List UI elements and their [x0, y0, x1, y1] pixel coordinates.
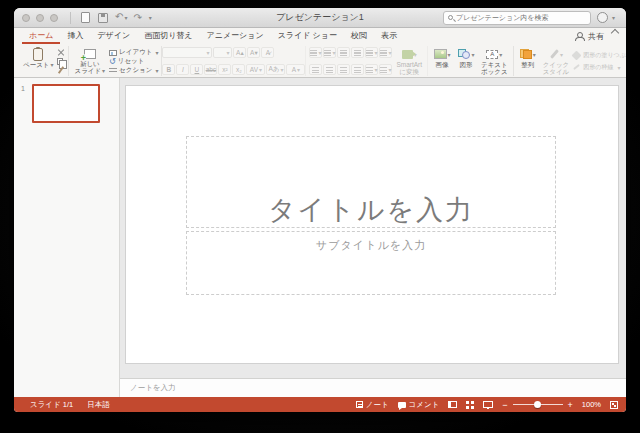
comments-toggle-button[interactable]: コメント	[398, 400, 440, 410]
smartart-label-2: に変換	[399, 68, 419, 75]
redo-icon[interactable]: ↷	[133, 12, 141, 24]
zoom-level[interactable]: 100%	[582, 400, 601, 409]
collapse-ribbon-icon[interactable]	[611, 29, 619, 37]
slide-sorter-view-icon[interactable]	[466, 401, 474, 409]
tab-view[interactable]: 表示	[374, 28, 404, 44]
zoom-slider[interactable]	[513, 404, 563, 405]
decrease-font-size-button[interactable]: A▾	[247, 47, 260, 58]
tab-transitions[interactable]: 画面切り替え	[137, 28, 199, 44]
textbox-button[interactable]: A テキスト ボックス	[479, 46, 510, 76]
search-input[interactable]	[456, 14, 586, 21]
feedback-caret-icon[interactable]	[611, 11, 615, 24]
character-spacing-button[interactable]: AV	[246, 64, 265, 75]
slide-counter: スライド 1/1	[30, 400, 73, 410]
align-right-button[interactable]	[337, 64, 350, 75]
format-painter-button[interactable]	[57, 65, 65, 74]
title-bar: ↶ ↷ プレゼンテーション1	[14, 8, 626, 28]
align-left-button[interactable]	[309, 64, 322, 75]
font-color-button[interactable]: A	[286, 64, 305, 75]
new-document-icon[interactable]	[81, 12, 90, 23]
zoom-out-icon[interactable]	[502, 400, 507, 410]
bold-button[interactable]: B	[162, 64, 175, 75]
copy-button[interactable]	[57, 57, 65, 66]
zoom-slider-knob[interactable]	[534, 401, 541, 408]
share-button[interactable]: 共有	[575, 28, 604, 44]
arrange-icon	[520, 49, 532, 59]
increase-indent-button[interactable]	[351, 47, 364, 58]
fit-slide-to-window-icon[interactable]	[610, 401, 618, 409]
quick-styles-icon	[549, 49, 559, 59]
quick-styles-label-1: クイック	[543, 61, 570, 68]
tab-home[interactable]: ホーム	[22, 28, 60, 44]
underline-button[interactable]: U	[190, 64, 203, 75]
tab-slideshow[interactable]: スライド ショー	[271, 28, 344, 44]
tab-insert[interactable]: 挿入	[60, 28, 90, 44]
ribbon-tab-bar: ホーム 挿入 デザイン 画面切り替え アニメーション スライド ショー 校閲 表…	[14, 28, 626, 44]
section-button[interactable]: セクション	[109, 66, 158, 75]
paste-button[interactable]: ペースト	[21, 46, 55, 76]
undo-icon[interactable]: ↶	[115, 11, 127, 24]
toolbar-divider	[70, 12, 71, 24]
layout-button[interactable]: レイアウト	[109, 48, 158, 57]
shape-outline-button[interactable]: 図形の枠線	[573, 63, 626, 72]
subtitle-placeholder[interactable]: サブタイトルを入力	[186, 231, 556, 295]
text-direction-button[interactable]	[365, 64, 378, 75]
minimize-window-button[interactable]	[36, 14, 44, 22]
font-name-select[interactable]	[162, 47, 212, 58]
tab-review[interactable]: 校閲	[344, 28, 374, 44]
subscript-button[interactable]: x₂	[232, 64, 245, 75]
arrange-button[interactable]: 整列	[517, 46, 539, 76]
align-text-button[interactable]	[379, 64, 392, 75]
line-spacing-button[interactable]	[365, 47, 378, 58]
clipboard-group: ペースト	[18, 46, 69, 76]
clear-formatting-button[interactable]: A̷	[261, 47, 274, 58]
cut-button[interactable]	[57, 48, 65, 57]
numbering-button[interactable]	[323, 47, 336, 58]
search-box[interactable]	[443, 11, 591, 25]
align-center-button[interactable]	[323, 64, 336, 75]
slide-thumbnail[interactable]	[32, 84, 100, 123]
slideshow-view-icon[interactable]	[483, 401, 493, 408]
italic-button[interactable]: I	[176, 64, 189, 75]
notes-pane[interactable]: ノートを入力	[120, 378, 626, 397]
smartart-button[interactable]: SmartArt に変換	[394, 46, 424, 76]
tab-animations[interactable]: アニメーション	[200, 28, 271, 44]
normal-view-icon[interactable]	[448, 401, 457, 408]
feedback-smiley-icon[interactable]	[597, 12, 608, 23]
slide-canvas[interactable]: タイトルを入力 サブタイトルを入力	[126, 86, 618, 363]
change-case-button[interactable]: Aあ	[266, 64, 285, 75]
title-placeholder[interactable]: タイトルを入力	[186, 136, 556, 228]
increase-font-size-button[interactable]: A▴	[233, 47, 246, 58]
comments-icon	[398, 402, 406, 408]
ribbon: ペースト 新しい スライド レイアウト ↺リセット セクション	[14, 44, 626, 78]
save-icon[interactable]	[98, 13, 108, 23]
search-icon	[448, 15, 453, 20]
zoom-window-button[interactable]	[50, 14, 58, 22]
new-slide-button[interactable]: 新しい スライド	[72, 46, 107, 76]
zoom-in-icon[interactable]	[568, 400, 573, 410]
justify-button[interactable]	[351, 64, 364, 75]
textbox-label-1: テキスト	[481, 61, 508, 68]
bullets-button[interactable]	[309, 47, 322, 58]
font-size-select[interactable]	[213, 47, 232, 58]
superscript-button[interactable]: x²	[218, 64, 231, 75]
status-bar: スライド 1/1 日本語 ノート コメント	[14, 397, 626, 412]
shapes-button[interactable]: 図形	[455, 46, 477, 76]
arrange-group: 整列 クイック スタイル 図形の塗りつぶし 図形の枠線	[514, 46, 626, 76]
shape-fill-icon	[572, 50, 582, 60]
toolbar-options-icon[interactable]	[148, 11, 152, 24]
language-indicator[interactable]: 日本語	[87, 400, 110, 410]
quick-styles-button[interactable]: クイック スタイル	[541, 46, 572, 76]
picture-button[interactable]: 画像	[431, 46, 453, 76]
paste-clipboard-icon	[33, 48, 43, 61]
notes-toggle-button[interactable]: ノート	[356, 400, 389, 410]
share-label: 共有	[588, 31, 604, 42]
columns-button[interactable]	[379, 47, 392, 58]
desktop-background: ↶ ↷ プレゼンテーション1 ホーム 挿入 デザイン 画面切り替え アニメーショ…	[0, 0, 640, 433]
strikethrough-button[interactable]: abc	[204, 64, 217, 75]
reset-button[interactable]: ↺リセット	[109, 57, 158, 66]
decrease-indent-button[interactable]	[337, 47, 350, 58]
close-window-button[interactable]	[22, 14, 30, 22]
shape-fill-button[interactable]: 図形の塗りつぶし	[573, 51, 626, 60]
tab-design[interactable]: デザイン	[90, 28, 137, 44]
